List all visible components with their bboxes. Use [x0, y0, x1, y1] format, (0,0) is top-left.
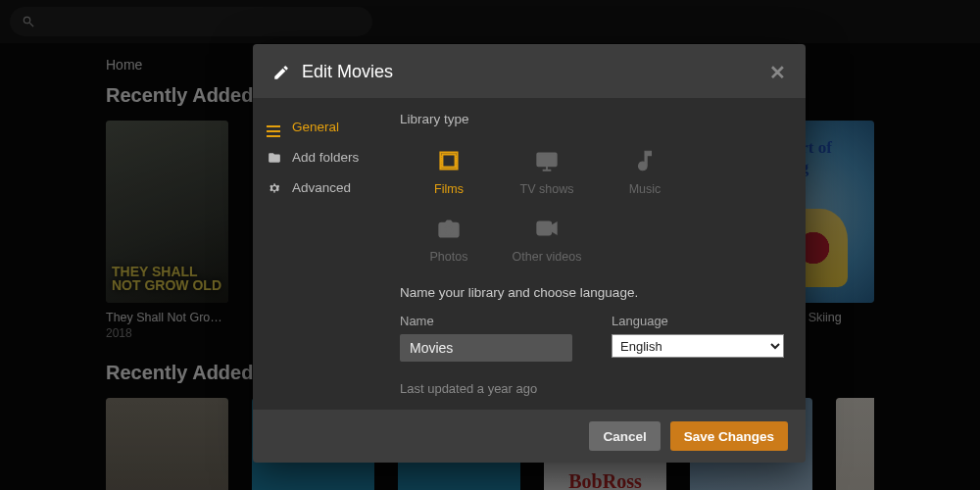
gear-icon [267, 181, 282, 195]
side-nav-add-folders[interactable]: Add folders [253, 142, 378, 172]
svg-rect-3 [537, 222, 551, 235]
type-label: TV shows [498, 182, 596, 196]
library-name-input[interactable] [400, 334, 572, 362]
side-nav-general[interactable]: General [253, 112, 378, 142]
type-label: Music [596, 182, 694, 196]
cancel-button[interactable]: Cancel [589, 421, 660, 451]
modal-side-nav: General Add folders Advanced [253, 98, 378, 410]
last-updated-text: Last updated a year ago [400, 381, 784, 396]
list-icon [267, 121, 282, 134]
tv-icon [532, 148, 562, 173]
name-field-label: Name [400, 314, 572, 328]
side-nav-label: Advanced [292, 180, 351, 195]
close-button[interactable]: ✕ [769, 63, 786, 82]
modal-footer: Cancel Save Changes [253, 410, 806, 463]
language-field-label: Language [612, 314, 784, 328]
modal-title: Edit Movies [302, 62, 769, 82]
pencil-icon [272, 64, 290, 81]
music-icon [630, 148, 660, 173]
svg-point-2 [445, 226, 453, 234]
save-changes-button[interactable]: Save Changes [670, 421, 788, 451]
side-nav-label: Add folders [292, 150, 359, 165]
camera-icon [434, 216, 464, 241]
folder-icon [267, 151, 282, 165]
type-label: Films [400, 182, 498, 196]
library-type-tv[interactable]: TV shows [498, 140, 596, 202]
svg-rect-0 [537, 153, 557, 166]
side-nav-label: General [292, 120, 339, 134]
video-icon [532, 216, 562, 241]
modal-general-pane: Library type Films TV shows Music Photos [378, 98, 806, 410]
library-type-other[interactable]: Other videos [498, 208, 596, 270]
modal-header: Edit Movies ✕ [253, 44, 806, 98]
library-type-photos[interactable]: Photos [400, 208, 498, 270]
type-label: Other videos [498, 250, 596, 264]
library-type-grid: Films TV shows Music Photos Other videos [400, 140, 784, 270]
library-type-films[interactable]: Films [400, 140, 498, 202]
type-label: Photos [400, 250, 498, 264]
pane-hint: Name your library and choose language. [400, 285, 784, 300]
library-type-music[interactable]: Music [596, 140, 694, 202]
film-icon [434, 148, 464, 173]
side-nav-advanced[interactable]: Advanced [253, 172, 378, 203]
edit-library-modal: Edit Movies ✕ General Add folders Advanc… [253, 44, 806, 463]
library-type-label: Library type [400, 112, 784, 126]
language-select[interactable]: English [612, 334, 784, 358]
